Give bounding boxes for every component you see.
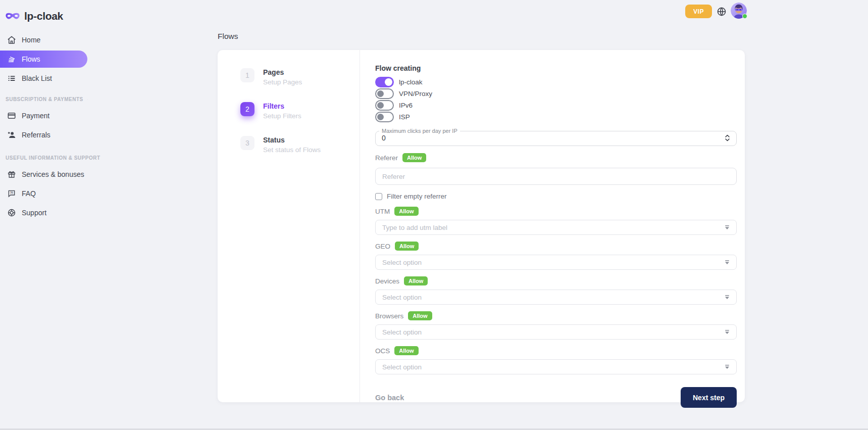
sidebar-section-header: SUBSCRIPTION & PAYMENTS (0, 95, 92, 103)
select-placeholder: Select option (382, 294, 422, 301)
brand-logo: lp-cloak (0, 5, 92, 23)
topbar-right: VIP (685, 3, 747, 19)
devices-allow-badge[interactable]: Allow (404, 276, 428, 285)
dropdown-caret-icon (725, 260, 730, 264)
toggle-list: lp-cloakVPN/ProxyIPv6ISP (375, 76, 737, 123)
step-filters[interactable]: 2FiltersSetup Filters (240, 102, 360, 120)
browsers-allow-badge[interactable]: Allow (408, 311, 432, 320)
dropdown-caret-icon (725, 295, 730, 299)
step-number: 3 (240, 136, 254, 150)
svg-text:?!: ?! (10, 191, 13, 195)
sidebar: lp-cloak HomeFlowsBlack ListSUBSCRIPTION… (0, 0, 92, 430)
sidebar-item-label: Black List (22, 74, 52, 82)
toggle-switch[interactable] (375, 100, 394, 111)
sidebar-item-referrals[interactable]: Referrals (0, 126, 92, 144)
referer-input[interactable] (375, 168, 737, 185)
sidebar-item-home[interactable]: Home (0, 31, 92, 49)
toggle-switch[interactable] (375, 77, 394, 87)
number-stepper-icon[interactable] (725, 134, 730, 142)
filter-empty-referrer[interactable]: Filter empty referrer (375, 193, 737, 200)
toggle-switch[interactable] (375, 112, 394, 122)
filter-field-list: UTMAllowType to add utm labelGEOAllowSel… (375, 207, 737, 374)
referrals-icon (7, 130, 16, 139)
dropdown-caret-icon (725, 225, 730, 229)
page-title: Flows (218, 32, 238, 41)
geo-select[interactable]: Select option (375, 255, 737, 270)
geo-allow-badge[interactable]: Allow (395, 242, 419, 251)
dropdown-caret-icon (725, 330, 730, 334)
gift-icon (7, 170, 16, 179)
max-clicks-input[interactable] (382, 134, 483, 142)
field-label: Browsers (375, 312, 403, 320)
sidebar-item-payment[interactable]: Payment (0, 107, 92, 124)
step-title: Status (263, 136, 321, 145)
toggle-knob (377, 90, 384, 97)
brand-name: lp-cloak (24, 10, 63, 22)
toggle-label: VPN/Proxy (399, 90, 432, 98)
utm-allow-badge[interactable]: Allow (394, 207, 418, 216)
avatar[interactable] (731, 3, 747, 19)
field-label-row: GEOAllow (375, 242, 737, 251)
toggle-label: lp-cloak (399, 78, 423, 86)
flow-card: 1PagesSetup Pages2FiltersSetup Filters3S… (218, 50, 745, 402)
vip-badge[interactable]: VIP (685, 5, 712, 18)
referer-allow-badge[interactable]: Allow (402, 153, 426, 162)
step-number: 2 (240, 102, 254, 116)
field-label: Devices (375, 277, 399, 285)
sidebar-section-header: USEFUL INFORMATION & SUPPORT (0, 154, 92, 162)
field-label-row: BrowsersAllow (375, 311, 737, 320)
stepper: 1PagesSetup Pages2FiltersSetup Filters3S… (218, 50, 360, 402)
globe-icon[interactable] (717, 7, 727, 17)
sidebar-item-label: Home (22, 36, 40, 44)
field-label: GEO (375, 243, 390, 250)
utm-select[interactable]: Type to add utm label (375, 220, 737, 235)
toggle-knob (377, 114, 384, 120)
step-pages[interactable]: 1PagesSetup Pages (240, 68, 360, 86)
devices-select[interactable]: Select option (375, 290, 737, 305)
go-back-button[interactable]: Go back (375, 394, 404, 402)
ocs-select[interactable]: Select option (375, 359, 737, 374)
select-placeholder: Type to add utm label (382, 224, 447, 231)
toggle-row-ipv6: IPv6 (375, 100, 737, 111)
field-label-row: DevicesAllow (375, 276, 737, 285)
dropdown-caret-icon (725, 365, 730, 369)
form-footer: Go back Next step (375, 387, 737, 408)
field-label: UTM (375, 208, 390, 215)
select-placeholder: Select option (382, 259, 422, 266)
support-icon (7, 208, 16, 217)
sidebar-item-faq[interactable]: ?!FAQ (0, 185, 92, 202)
faq-icon: ?! (7, 189, 16, 198)
max-clicks-field: Maximum clicks per day per IP (375, 128, 737, 146)
sidebar-item-flows[interactable]: Flows (0, 51, 87, 68)
step-title: Filters (263, 102, 301, 111)
sidebar-item-label: Payment (22, 112, 49, 120)
field-label-row: OCSAllow (375, 346, 737, 355)
payment-icon (7, 111, 16, 120)
online-status-dot (742, 14, 747, 19)
sidebar-item-support[interactable]: Support (0, 204, 92, 221)
browsers-select[interactable]: Select option (375, 324, 737, 340)
toggle-knob (377, 102, 384, 109)
sidebar-item-label: Referrals (22, 131, 50, 139)
step-number: 1 (240, 68, 254, 82)
sidebar-nav: HomeFlowsBlack ListSUBSCRIPTION & PAYMEN… (0, 31, 92, 221)
step-status[interactable]: 3StatusSet status of Flows (240, 136, 360, 154)
step-subtitle: Setup Pages (263, 78, 302, 86)
toggle-row-vpn-proxy: VPN/Proxy (375, 88, 737, 100)
field-label-row: UTMAllow (375, 207, 737, 216)
toggle-label: ISP (399, 113, 410, 121)
toggle-switch[interactable] (375, 88, 394, 99)
sidebar-item-services-bonuses[interactable]: Services & bonuses (0, 166, 92, 183)
field-group-devices: DevicesAllowSelect option (375, 276, 737, 305)
sidebar-item-black-list[interactable]: Black List (0, 70, 92, 87)
mask-icon (5, 12, 20, 21)
sidebar-item-label: Services & bonuses (22, 170, 84, 178)
referer-label-row: Referer Allow (375, 153, 737, 162)
field-group-geo: GEOAllowSelect option (375, 242, 737, 270)
step-subtitle: Setup Filters (263, 112, 301, 120)
section-header-line (87, 99, 88, 100)
next-step-button[interactable]: Next step (681, 387, 737, 408)
filter-empty-referrer-checkbox[interactable] (375, 193, 382, 200)
field-group-utm: UTMAllowType to add utm label (375, 207, 737, 235)
ocs-allow-badge[interactable]: Allow (394, 346, 418, 355)
